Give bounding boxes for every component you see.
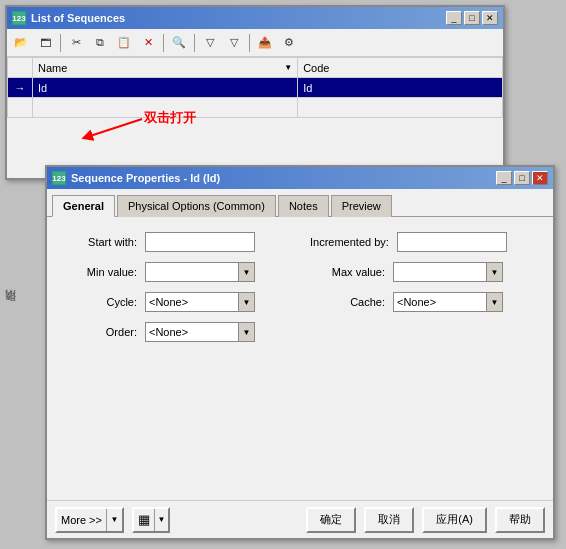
min-value-text	[146, 271, 238, 273]
order-text: <None>	[146, 325, 238, 339]
tab-general[interactable]: General	[52, 195, 115, 217]
min-value-select[interactable]: ▼	[145, 262, 255, 282]
cache-text: <None>	[394, 295, 486, 309]
props-window-maximize-btn[interactable]: □	[514, 171, 530, 185]
list-window-icon: 123	[12, 11, 26, 25]
start-with-label: Start with:	[62, 236, 137, 248]
list-window-controls: _ □ ✕	[446, 11, 498, 25]
form-row-empty	[310, 322, 538, 342]
toolbar-filter1-btn[interactable]: ▽	[199, 32, 221, 54]
list-window-close-btn[interactable]: ✕	[482, 11, 498, 25]
incremented-by-label: Incremented by:	[310, 236, 389, 248]
cycle-select[interactable]: <None> ▼	[145, 292, 255, 312]
props-window-close-btn[interactable]: ✕	[532, 171, 548, 185]
cache-label: Cache:	[310, 296, 385, 308]
sequences-table-container: Name ▼ Code → Id Id	[7, 57, 503, 176]
list-window-maximize-btn[interactable]: □	[464, 11, 480, 25]
toolbar-search-btn[interactable]: 🔍	[168, 32, 190, 54]
cycle-text: <None>	[146, 295, 238, 309]
max-value-arrow[interactable]: ▼	[486, 263, 502, 281]
toolbar-sep4	[249, 34, 250, 52]
min-value-label: Min value:	[62, 266, 137, 278]
bottom-bar: More >> ▼ ▦ ▼ 确定 取消 应用(A) 帮助	[47, 500, 553, 538]
list-window-minimize-btn[interactable]: _	[446, 11, 462, 25]
cache-select[interactable]: <None> ▼	[393, 292, 503, 312]
row-arrow-empty	[8, 98, 33, 118]
list-window-title-label: List of Sequences	[31, 12, 125, 24]
toolbar-copy-btn[interactable]: ⧉	[89, 32, 111, 54]
col-arrow-header	[8, 58, 33, 78]
col-name-header[interactable]: Name ▼	[33, 58, 298, 78]
props-window-minimize-btn[interactable]: _	[496, 171, 512, 185]
confirm-btn[interactable]: 确定	[306, 507, 356, 533]
max-value-select[interactable]: ▼	[393, 262, 503, 282]
props-window-icon: 123	[52, 171, 66, 185]
cache-arrow[interactable]: ▼	[486, 293, 502, 311]
more-dropdown-arrow[interactable]: ▼	[106, 509, 122, 531]
cancel-btn[interactable]: 取消	[364, 507, 414, 533]
form-row-order: Order: <None> ▼	[62, 322, 290, 342]
list-window-title-text: 123 List of Sequences	[12, 11, 125, 25]
cycle-arrow[interactable]: ▼	[238, 293, 254, 311]
table-icon-btn[interactable]: ▦	[134, 509, 154, 531]
table-icon-dropdown[interactable]: ▦ ▼	[132, 507, 170, 533]
order-arrow[interactable]: ▼	[238, 323, 254, 341]
max-value-label: Max value:	[310, 266, 385, 278]
tabs-bar: General Physical Options (Common) Notes …	[47, 189, 553, 217]
sequences-table: Name ▼ Code → Id Id	[7, 57, 503, 118]
list-window-title-bar: 123 List of Sequences _ □ ✕	[7, 7, 503, 29]
toolbar-export-btn[interactable]: 📤	[254, 32, 276, 54]
sort-arrow-name: ▼	[284, 63, 292, 72]
toolbar-open-btn[interactable]: 📂	[10, 32, 32, 54]
form-grid: Start with: Incremented by: Min value: ▼…	[62, 232, 538, 342]
tab-preview[interactable]: Preview	[331, 195, 392, 217]
toolbar-properties-btn[interactable]: ⚙	[278, 32, 300, 54]
form-row-cycle: Cycle: <None> ▼	[62, 292, 290, 312]
order-label: Order:	[62, 326, 137, 338]
form-row-max-value: Max value: ▼	[310, 262, 538, 282]
table-icon-arrow[interactable]: ▼	[154, 509, 168, 531]
form-row-incremented-by: Incremented by:	[310, 232, 538, 252]
form-row-cache: Cache: <None> ▼	[310, 292, 538, 312]
form-row-start-with: Start with:	[62, 232, 290, 252]
row-name-empty	[33, 98, 298, 118]
tab-physical-options[interactable]: Physical Options (Common)	[117, 195, 276, 217]
props-window-title-text: 123 Sequence Properties - Id (Id)	[52, 171, 220, 185]
toolbar-filter2-btn[interactable]: ▽	[223, 32, 245, 54]
order-select[interactable]: <None> ▼	[145, 322, 255, 342]
incremented-by-input[interactable]	[397, 232, 507, 252]
row-code-cell: Id	[298, 78, 503, 98]
list-toolbar: 📂 🗔 ✂ ⧉ 📋 ✕ 🔍 ▽ ▽ 📤 ⚙	[7, 29, 503, 57]
cycle-label: Cycle:	[62, 296, 137, 308]
help-btn[interactable]: 帮助	[495, 507, 545, 533]
table-row[interactable]	[8, 98, 503, 118]
row-arrow-cell: →	[8, 78, 33, 98]
toolbar-sep2	[163, 34, 164, 52]
toolbar-delete-btn[interactable]: ✕	[137, 32, 159, 54]
props-window-controls: _ □ ✕	[496, 171, 548, 185]
form-row-min-value: Min value: ▼	[62, 262, 290, 282]
row-code-empty	[298, 98, 503, 118]
toolbar-paste-btn[interactable]: 📋	[113, 32, 135, 54]
more-dropdown[interactable]: More >> ▼	[55, 507, 124, 533]
table-row[interactable]: → Id Id	[8, 78, 503, 98]
col-code-header[interactable]: Code	[298, 58, 503, 78]
row-name-cell: Id	[33, 78, 298, 98]
toolbar-sep1	[60, 34, 61, 52]
tab-notes[interactable]: Notes	[278, 195, 329, 217]
start-with-input[interactable]	[145, 232, 255, 252]
min-value-arrow[interactable]: ▼	[238, 263, 254, 281]
list-of-sequences-window: 123 List of Sequences _ □ ✕ 📂 🗔 ✂ ⧉ 📋 ✕ …	[5, 5, 505, 180]
tab-content-general: Start with: Incremented by: Min value: ▼…	[47, 217, 553, 508]
max-value-text	[394, 271, 486, 273]
toolbar-cut-btn[interactable]: ✂	[65, 32, 87, 54]
toolbar-sep3	[194, 34, 195, 52]
sequence-properties-window: 123 Sequence Properties - Id (Id) _ □ ✕ …	[45, 165, 555, 540]
more-main-btn[interactable]: More >>	[57, 509, 106, 531]
props-window-title-bar: 123 Sequence Properties - Id (Id) _ □ ✕	[47, 167, 553, 189]
props-window-title-label: Sequence Properties - Id (Id)	[71, 172, 220, 184]
apply-btn[interactable]: 应用(A)	[422, 507, 487, 533]
toolbar-new-btn[interactable]: 🗔	[34, 32, 56, 54]
